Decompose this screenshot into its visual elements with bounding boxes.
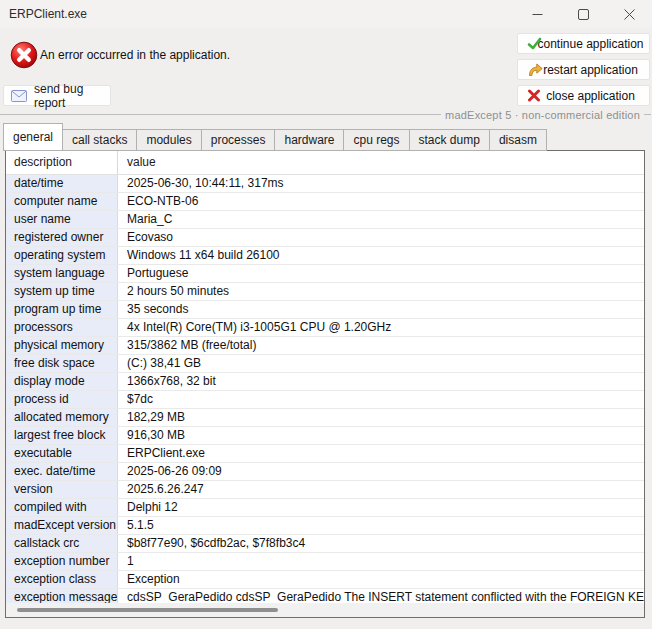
value-cell: 2025-06-26 09:09: [118, 463, 644, 480]
tab-hardware[interactable]: hardware: [274, 129, 344, 151]
table-row[interactable]: process id $7dc: [6, 391, 644, 409]
brand-text: madExcept 5 · non-commercial edition: [441, 109, 644, 121]
tab-processes[interactable]: processes: [201, 129, 276, 151]
table-row[interactable]: callstack crc $b8f77e90, $6cdfb2ac, $7f8…: [6, 535, 644, 553]
description-cell: processors: [6, 319, 118, 336]
tab-call-stacks[interactable]: call stacks: [62, 129, 137, 151]
value-cell: Delphi 12: [118, 499, 644, 516]
value-cell: 916,30 MB: [118, 427, 644, 444]
general-info-table: description value date/time 2025-06-30, …: [5, 150, 645, 618]
value-cell: (C:) 38,41 GB: [118, 355, 644, 372]
value-cell: 35 seconds: [118, 301, 644, 318]
description-cell: physical memory: [6, 337, 118, 354]
restart-arrow-icon: [527, 62, 543, 77]
envelope-icon: [11, 90, 27, 102]
divider-line: [644, 114, 651, 115]
table-header-row: description value: [6, 151, 644, 175]
description-cell: system language: [6, 265, 118, 282]
table-row[interactable]: allocated memory 182,29 MB: [6, 409, 644, 427]
description-cell: date/time: [6, 175, 118, 192]
description-cell: allocated memory: [6, 409, 118, 426]
value-cell: 2025-06-30, 10:44:11, 317ms: [118, 175, 644, 192]
value-cell: 315/3862 MB (free/total): [118, 337, 644, 354]
tab-stack-dump[interactable]: stack dump: [409, 129, 490, 151]
description-cell: system up time: [6, 283, 118, 300]
description-cell: largest free block: [6, 427, 118, 444]
value-cell: 1: [118, 553, 644, 570]
description-cell: registered owner: [6, 229, 118, 246]
minimize-icon[interactable]: [514, 0, 560, 28]
table-row[interactable]: free disk space (C:) 38,41 GB: [6, 355, 644, 373]
titlebar: ERPClient.exe: [0, 0, 652, 28]
value-cell: 2025.6.26.247: [118, 481, 644, 498]
table-row[interactable]: exception number 1: [6, 553, 644, 571]
close-application-button[interactable]: close application: [517, 85, 650, 106]
checkmark-icon: [527, 37, 542, 50]
value-cell: 2 hours 50 minutes: [118, 283, 644, 300]
table-row[interactable]: processors 4x Intel(R) Core(TM) i3-1005G…: [6, 319, 644, 337]
send-bug-report-button[interactable]: send bug report: [3, 85, 111, 106]
tab-modules[interactable]: modules: [136, 129, 201, 151]
table-row[interactable]: system language Portuguese: [6, 265, 644, 283]
tab-cpu-regs[interactable]: cpu regs: [343, 129, 409, 151]
description-cell: exception class: [6, 571, 118, 588]
table-row[interactable]: largest free block 916,30 MB: [6, 427, 644, 445]
table-row[interactable]: registered owner Ecovaso: [6, 229, 644, 247]
table-row[interactable]: computer name ECO-NTB-06: [6, 193, 644, 211]
error-message: An error occurred in the application.: [40, 45, 230, 65]
restart-application-button[interactable]: restart application: [517, 59, 650, 80]
continue-application-button[interactable]: continue application: [517, 33, 650, 54]
maximize-icon[interactable]: [560, 0, 606, 28]
value-cell: Maria_C: [118, 211, 644, 228]
close-window-icon[interactable]: [606, 0, 652, 28]
description-cell: operating system: [6, 247, 118, 264]
description-cell: executable: [6, 445, 118, 462]
value-cell: 1366x768, 32 bit: [118, 373, 644, 390]
value-cell: ECO-NTB-06: [118, 193, 644, 210]
table-row[interactable]: system up time 2 hours 50 minutes: [6, 283, 644, 301]
tab-disasm[interactable]: disasm: [489, 129, 547, 151]
description-cell: computer name: [6, 193, 118, 210]
description-cell: free disk space: [6, 355, 118, 372]
value-cell: $7dc: [118, 391, 644, 408]
window-title: ERPClient.exe: [9, 7, 87, 21]
table-row[interactable]: program up time 35 seconds: [6, 301, 644, 319]
table-row[interactable]: user name Maria_C: [6, 211, 644, 229]
value-cell: Windows 11 x64 build 26100: [118, 247, 644, 264]
description-cell: callstack crc: [6, 535, 118, 552]
table-body: date/time 2025-06-30, 10:44:11, 317ms co…: [6, 175, 644, 607]
divider-line: [0, 114, 441, 115]
table-row[interactable]: physical memory 315/3862 MB (free/total): [6, 337, 644, 355]
table-row[interactable]: exec. date/time 2025-06-26 09:09: [6, 463, 644, 481]
value-cell: 5.1.5: [118, 517, 644, 534]
error-icon: [10, 41, 38, 69]
description-cell: madExcept version: [6, 517, 118, 534]
description-cell: process id: [6, 391, 118, 408]
table-row[interactable]: madExcept version 5.1.5: [6, 517, 644, 535]
table-row[interactable]: date/time 2025-06-30, 10:44:11, 317ms: [6, 175, 644, 193]
value-cell: ERPClient.exe: [118, 445, 644, 462]
description-cell: version: [6, 481, 118, 498]
tab-general[interactable]: general: [3, 123, 63, 151]
description-cell: program up time: [6, 301, 118, 318]
column-header-value: value: [118, 151, 644, 174]
value-cell: Exception: [118, 571, 644, 588]
send-bug-report-label: send bug report: [34, 82, 110, 110]
description-cell: exception number: [6, 553, 118, 570]
horizontal-scrollbar[interactable]: [6, 603, 644, 617]
error-dialog-window: ERPClient.exe An: [0, 0, 652, 629]
scrollbar-thumb[interactable]: [17, 608, 278, 612]
value-cell: 182,29 MB: [118, 409, 644, 426]
red-x-icon: [527, 89, 541, 102]
table-row[interactable]: operating system Windows 11 x64 build 26…: [6, 247, 644, 265]
description-cell: compiled with: [6, 499, 118, 516]
table-row[interactable]: version 2025.6.26.247: [6, 481, 644, 499]
value-cell: $b8f77e90, $6cdfb2ac, $7f8fb3c4: [118, 535, 644, 552]
table-row[interactable]: exception class Exception: [6, 571, 644, 589]
description-cell: display mode: [6, 373, 118, 390]
description-cell: exec. date/time: [6, 463, 118, 480]
table-row[interactable]: executable ERPClient.exe: [6, 445, 644, 463]
table-row[interactable]: compiled with Delphi 12: [6, 499, 644, 517]
table-row[interactable]: display mode 1366x768, 32 bit: [6, 373, 644, 391]
description-cell: user name: [6, 211, 118, 228]
